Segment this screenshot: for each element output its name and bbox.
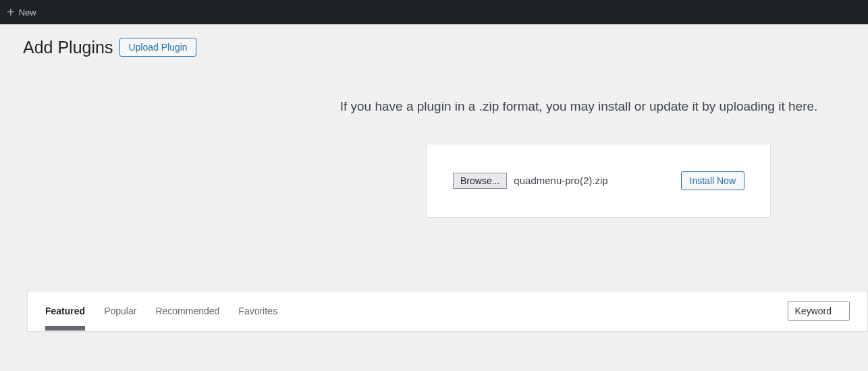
content-area: Add Plugins Upload Plugin If you have a …	[4, 24, 868, 332]
admin-bar-new-item[interactable]: + New	[7, 5, 36, 19]
admin-bar: + New	[0, 0, 868, 24]
upload-form: Browse... quadmenu-pro(2).zip Install No…	[427, 144, 771, 218]
tab-favorites[interactable]: Favorites	[238, 292, 277, 330]
filter-bar: Featured Popular Recommended Favorites K…	[27, 291, 868, 332]
tab-popular[interactable]: Popular	[104, 292, 136, 330]
upload-description: If you have a plugin in a .zip format, y…	[290, 99, 868, 114]
tab-recommended[interactable]: Recommended	[155, 292, 219, 330]
install-now-button[interactable]: Install Now	[681, 171, 744, 190]
selected-file-name: quadmenu-pro(2).zip	[514, 175, 607, 186]
search-type-select[interactable]: Keyword	[788, 301, 850, 321]
tab-featured[interactable]: Featured	[45, 292, 85, 330]
browse-button[interactable]: Browse...	[453, 173, 507, 189]
upload-plugin-button[interactable]: Upload Plugin	[119, 38, 196, 57]
file-input-section: Browse... quadmenu-pro(2).zip	[453, 173, 608, 189]
page-title: Add Plugins	[23, 36, 113, 59]
plus-icon: +	[7, 5, 15, 19]
filter-tabs: Featured Popular Recommended Favorites	[45, 292, 277, 330]
page-header: Add Plugins Upload Plugin	[23, 36, 868, 59]
search-area: Keyword	[788, 301, 850, 321]
admin-bar-new-label: New	[19, 7, 36, 18]
